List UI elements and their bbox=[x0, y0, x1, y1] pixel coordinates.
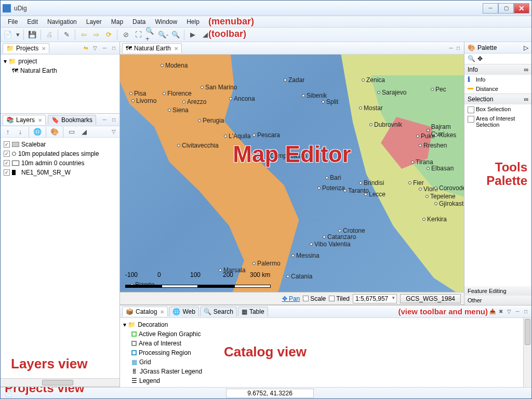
tab-table[interactable]: ▦ Table bbox=[238, 307, 268, 316]
menu-help[interactable]: Help bbox=[182, 17, 204, 26]
view-menu-icon[interactable]: ▽ bbox=[91, 45, 99, 52]
style-icon[interactable]: 🎨 bbox=[49, 127, 60, 137]
tree-row-project[interactable]: ▾ 📁 project bbox=[4, 57, 116, 66]
tree-row-item[interactable]: ☰Legend bbox=[123, 376, 528, 385]
close-icon[interactable]: ✕ bbox=[42, 46, 46, 51]
tab-natural-earth[interactable]: 🗺 Natural Earth✕ bbox=[122, 43, 182, 53]
pin-icon[interactable]: ∞ bbox=[524, 66, 528, 73]
tree-row-item[interactable]: Processing Region bbox=[123, 348, 528, 357]
layer-row-countries[interactable]: ✓10m admin 0 countries bbox=[4, 158, 116, 168]
close-button[interactable]: ✕ bbox=[514, 3, 529, 14]
commit-icon[interactable]: ▶ bbox=[188, 30, 198, 40]
print-icon[interactable]: 🖨 bbox=[44, 30, 55, 40]
tree-row-item[interactable]: ▦Grid bbox=[123, 357, 528, 367]
maximize-icon[interactable]: □ bbox=[110, 116, 117, 124]
tab-search[interactable]: 🔍 Search bbox=[200, 307, 237, 316]
view-menu-icon[interactable]: ▽ bbox=[506, 308, 513, 315]
crs-button[interactable]: GCS_WGS_1984 bbox=[400, 294, 461, 303]
palette-item-aoi-selection[interactable]: Area of Interest Selection bbox=[464, 114, 531, 129]
palette-item-info[interactable]: Info bbox=[464, 75, 531, 84]
forward-icon[interactable]: ⇨ bbox=[91, 30, 101, 40]
zoom-tool-icon[interactable]: 🔍 bbox=[468, 55, 475, 62]
remove-icon[interactable]: ✖ bbox=[497, 308, 504, 315]
layer-row-scalebar[interactable]: ✓Scalebar bbox=[4, 140, 116, 149]
tree-row-item[interactable]: Active Region Graphic bbox=[123, 329, 528, 339]
filter-icon[interactable]: ▭ bbox=[66, 127, 77, 137]
up-icon[interactable]: ↑ bbox=[3, 127, 13, 137]
close-icon[interactable]: ✕ bbox=[174, 46, 178, 51]
layer-row-places[interactable]: ✓10m populated places simple bbox=[4, 149, 116, 158]
minimize-icon[interactable]: ─ bbox=[514, 308, 521, 315]
minimize-icon[interactable]: ─ bbox=[447, 45, 455, 52]
palette-section-header[interactable]: Selection∞ bbox=[464, 94, 531, 104]
checkbox[interactable]: ✓ bbox=[4, 169, 10, 176]
palette-section-header[interactable]: Info∞ bbox=[464, 64, 531, 75]
stop-icon[interactable]: ⊘ bbox=[121, 30, 131, 40]
tree-row-item[interactable]: 🎚JGrass Raster Legend bbox=[123, 367, 528, 376]
menu-file[interactable]: File bbox=[4, 17, 22, 26]
down-icon[interactable]: ↓ bbox=[15, 127, 25, 137]
pan-tool-icon[interactable]: ✥ bbox=[477, 55, 483, 62]
zoom-out-icon[interactable]: 🔍- bbox=[158, 30, 168, 40]
palette-item-distance[interactable]: Distance bbox=[464, 84, 531, 94]
vertical-scrollbar[interactable] bbox=[523, 318, 531, 387]
edit-icon[interactable]: ✎ bbox=[61, 30, 72, 40]
horizontal-scrollbar[interactable] bbox=[1, 378, 119, 387]
minimize-icon[interactable]: ─ bbox=[101, 116, 108, 124]
menu-map[interactable]: Map bbox=[107, 17, 127, 26]
zoom-layer-icon[interactable]: 🔍 bbox=[170, 30, 181, 40]
refresh-icon[interactable]: ⟳ bbox=[103, 30, 114, 40]
pan-tool-link[interactable]: ✥ Pan bbox=[282, 295, 300, 302]
maximize-icon[interactable]: □ bbox=[522, 308, 529, 315]
palette-item-box-selection[interactable]: Box Selection bbox=[464, 104, 531, 114]
scrollbar-thumb[interactable] bbox=[42, 380, 73, 385]
minimize-icon[interactable]: ─ bbox=[101, 45, 108, 52]
globe-icon[interactable]: 🌐 bbox=[32, 127, 43, 137]
city-marker: Dubrovnik bbox=[369, 121, 402, 128]
menu-data[interactable]: Data bbox=[128, 17, 150, 26]
menu-window[interactable]: Window bbox=[151, 17, 181, 26]
map-canvas[interactable]: ModenaZadarZenicaPisaFlorenceSan MarinoS… bbox=[120, 55, 464, 292]
close-icon[interactable]: ✕ bbox=[38, 117, 42, 123]
tree-row-item[interactable]: Area of Interest bbox=[123, 339, 528, 348]
tree-row-decoration[interactable]: ▾ 📁 Decoration bbox=[123, 320, 528, 329]
scale-checkbox[interactable]: Scale bbox=[303, 295, 326, 302]
tree-row-map[interactable]: 🗺 Natural Earth bbox=[4, 66, 116, 75]
chevron-right-icon[interactable]: ▷ bbox=[524, 44, 528, 51]
tab-layers[interactable]: 📚 Layers✕ bbox=[3, 115, 46, 125]
scale-combo[interactable]: 1:5,675,957 bbox=[353, 294, 397, 303]
maximize-icon[interactable]: □ bbox=[110, 45, 117, 52]
checkbox[interactable]: ✓ bbox=[4, 160, 10, 166]
checkbox[interactable]: ✓ bbox=[4, 151, 10, 157]
layer-row-raster[interactable]: ✓NE1_50M_SR_W bbox=[4, 168, 116, 177]
zoom-extent-icon[interactable]: ⛶ bbox=[133, 30, 143, 40]
back-icon[interactable]: ⇦ bbox=[78, 30, 89, 40]
checkbox[interactable]: ✓ bbox=[4, 141, 10, 148]
dropdown-icon[interactable]: ▾ bbox=[15, 30, 20, 40]
minimize-button[interactable]: ─ bbox=[483, 3, 498, 14]
palette-section-feature-editing[interactable]: Feature Editing bbox=[464, 286, 531, 296]
tab-catalog[interactable]: 📦 Catalog✕ bbox=[122, 307, 168, 316]
menu-edit[interactable]: Edit bbox=[23, 17, 42, 26]
scrollbar-thumb[interactable] bbox=[525, 319, 530, 345]
new-icon[interactable]: 📄 bbox=[3, 30, 13, 40]
city-marker: Lecce bbox=[364, 191, 385, 198]
menu-navigation[interactable]: Navigation bbox=[43, 17, 81, 26]
pin-icon[interactable]: ∞ bbox=[524, 96, 528, 103]
import-icon[interactable]: 📥 bbox=[489, 308, 496, 315]
editor-area: 🗺 Natural Earth✕ ─ □ ModenaZadarZenicaPi… bbox=[120, 42, 464, 305]
tab-projects[interactable]: 📁 Projects✕ bbox=[3, 43, 49, 53]
save-icon[interactable]: 💾 bbox=[27, 30, 37, 40]
link-icon[interactable]: ⇆ bbox=[82, 45, 89, 52]
zoom-in-icon[interactable]: 🔍+ bbox=[145, 30, 156, 40]
view-menu-icon[interactable]: ▽ bbox=[110, 128, 117, 136]
tiled-checkbox[interactable]: Tiled bbox=[329, 295, 350, 302]
palette-section-other[interactable]: Other bbox=[464, 296, 531, 305]
tab-bookmarks[interactable]: 🔖 Bookmarks bbox=[48, 115, 96, 125]
mylar-icon[interactable]: ◢ bbox=[79, 127, 89, 137]
menu-layer[interactable]: Layer bbox=[82, 17, 106, 26]
maximize-button[interactable]: ▢ bbox=[498, 3, 514, 14]
maximize-icon[interactable]: □ bbox=[455, 45, 462, 52]
eraser-icon[interactable]: ◢ bbox=[200, 30, 210, 40]
tab-web[interactable]: 🌐 Web bbox=[169, 307, 198, 316]
